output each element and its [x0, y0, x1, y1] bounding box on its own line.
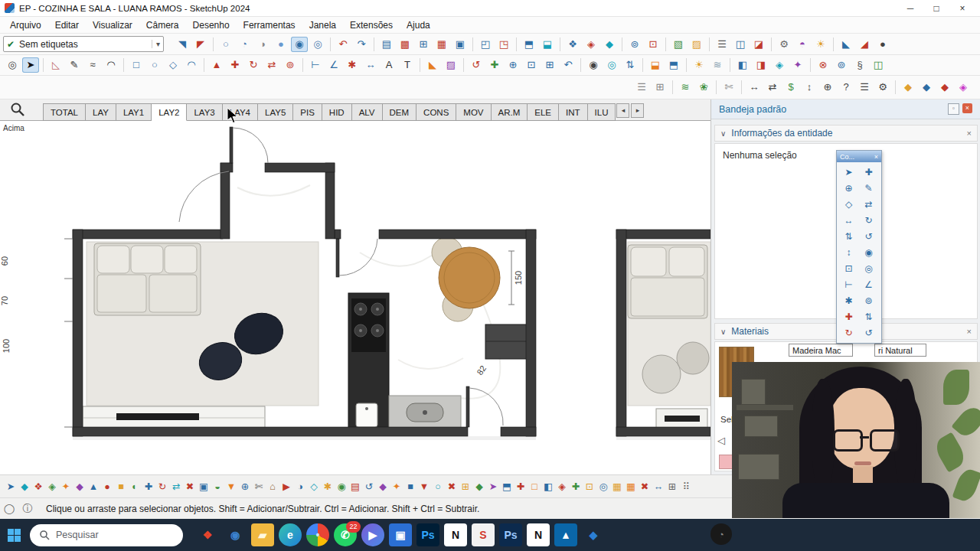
polygon-tool-icon[interactable]: ◇: [165, 57, 181, 73]
corner-red-icon[interactable]: ◢: [856, 37, 873, 52]
pal-redo-icon[interactable]: ↻: [840, 325, 858, 341]
sketchup-app-icon[interactable]: S: [472, 523, 495, 546]
tabs-scroll-right-button[interactable]: ▸: [631, 103, 644, 118]
user-account-icon[interactable]: ●: [874, 37, 891, 52]
pal-shape-icon[interactable]: ◇: [840, 197, 858, 212]
menu-visualizar[interactable]: Visualizar: [86, 20, 139, 31]
bm-icon[interactable]: ▦: [624, 479, 638, 494]
menu-janela[interactable]: Janela: [302, 20, 343, 31]
shadows-toggle-icon[interactable]: ☀: [812, 37, 829, 52]
tab-hid[interactable]: HID: [322, 103, 352, 121]
bm-icon[interactable]: ■: [403, 479, 417, 494]
pal-angle-icon[interactable]: ∠: [860, 277, 878, 292]
pal-zoom-window-icon[interactable]: ⊡: [840, 261, 858, 276]
maximize-button[interactable]: □: [923, 3, 949, 14]
pal-select-icon[interactable]: ➤: [840, 165, 858, 180]
notion-icon[interactable]: N: [444, 523, 467, 546]
zoom-extents-icon[interactable]: ⊞: [541, 57, 558, 73]
purchase-icon[interactable]: $: [782, 80, 799, 95]
bm-icon[interactable]: ✚: [569, 479, 583, 494]
tab-ele[interactable]: ELE: [528, 103, 559, 121]
bm-icon[interactable]: ✖: [183, 479, 197, 494]
grid-icon[interactable]: ⊞: [415, 37, 432, 52]
tab-arm[interactable]: AR.M: [492, 103, 528, 121]
bm-icon[interactable]: ✖: [638, 479, 652, 494]
bm-icon[interactable]: ✱: [321, 479, 335, 494]
view-iso-icon[interactable]: ◳: [495, 37, 512, 52]
leaf-icon[interactable]: ❀: [695, 80, 712, 95]
half-left-icon[interactable]: ◧: [734, 57, 751, 73]
whatsapp-icon[interactable]: ✆22: [334, 523, 357, 546]
bm-icon[interactable]: ✦: [390, 479, 403, 494]
tab-ilu[interactable]: ILU: [588, 103, 616, 121]
scale-tool-icon[interactable]: ⇄: [263, 57, 280, 73]
bm-icon[interactable]: ▣: [197, 479, 211, 494]
pal-measure-icon[interactable]: ⊢: [840, 277, 858, 292]
notion-icon-2[interactable]: N: [527, 523, 550, 546]
components-icon[interactable]: ❖: [564, 37, 581, 52]
sketchup-blue-icon[interactable]: ▲: [554, 523, 577, 546]
back-arrow-icon[interactable]: ◁: [717, 435, 725, 446]
zoom-small-icon[interactable]: ⊕: [819, 80, 836, 95]
axes-tool-icon[interactable]: ✱: [344, 57, 361, 73]
folder-icon[interactable]: ▰: [251, 523, 274, 546]
diamond-teal-icon[interactable]: ◈: [771, 57, 788, 73]
style-extra-icon[interactable]: ◎: [309, 37, 326, 52]
entity-info-section-header[interactable]: ∨ Informações da entidade ×: [714, 125, 978, 142]
blue-square-app-icon[interactable]: ▣: [389, 523, 412, 546]
pal-look-icon[interactable]: ◎: [860, 261, 878, 276]
tab-lay[interactable]: LAY: [86, 103, 116, 121]
freehand-tool-icon[interactable]: ≈: [84, 57, 101, 73]
pal-rotate-cw-icon[interactable]: ↻: [860, 213, 878, 228]
bm-icon[interactable]: ⊕: [238, 479, 252, 494]
section-bottom-icon[interactable]: ⬓: [539, 37, 556, 52]
bm-select-icon[interactable]: ➤: [4, 479, 18, 494]
materials-section-close-icon[interactable]: ×: [967, 327, 972, 336]
close-button[interactable]: ×: [949, 3, 975, 14]
menu-editar[interactable]: Editar: [48, 20, 86, 31]
waves-green-icon[interactable]: ≋: [677, 80, 694, 95]
drag-grip-icon[interactable]: ⠿: [679, 479, 693, 494]
offset-view-icon[interactable]: ⊚: [626, 37, 643, 52]
cube-blue-icon[interactable]: ◆: [918, 80, 935, 95]
tape-measure-icon[interactable]: ⊢: [307, 57, 324, 73]
dimension-tool-icon[interactable]: ↔: [362, 57, 379, 73]
tab-lay1[interactable]: LAY1: [116, 103, 152, 121]
tab-pis[interactable]: PIS: [293, 103, 322, 121]
bm-icon[interactable]: ✄: [252, 479, 266, 494]
group-icon[interactable]: ◈: [583, 37, 599, 52]
bm-icon[interactable]: ◑: [293, 479, 307, 494]
bm-icon[interactable]: ⇄: [169, 479, 183, 494]
pal-vertical-icon[interactable]: ↕: [840, 245, 858, 260]
material-green-icon[interactable]: ▧: [670, 37, 687, 52]
pal-updown-icon[interactable]: ⇅: [840, 229, 858, 244]
material-name-field-2[interactable]: ri Natural: [874, 344, 926, 357]
bm-icon[interactable]: ➤: [486, 479, 500, 494]
tabs-scroll-left-button[interactable]: ◂: [616, 103, 629, 118]
view-top-icon[interactable]: ◰: [477, 37, 494, 52]
windows-start-button[interactable]: [8, 529, 21, 542]
bm-icon[interactable]: ▼: [417, 479, 431, 494]
pal-undo-icon[interactable]: ↺: [860, 325, 878, 341]
gear-icon[interactable]: ⚙: [874, 80, 891, 95]
tab-alv[interactable]: ALV: [352, 103, 383, 121]
pan-tool-icon[interactable]: ✚: [486, 57, 503, 73]
zoom-tool-icon[interactable]: ◎: [4, 57, 21, 73]
exchange-icon[interactable]: ⇄: [764, 80, 781, 95]
sphere-icon[interactable]: ◓: [794, 37, 811, 52]
menu-icon[interactable]: ☰: [856, 80, 873, 95]
bm-icon[interactable]: ↺: [362, 479, 376, 494]
magnifier-icon[interactable]: [9, 102, 26, 117]
bm-icon[interactable]: ●: [100, 479, 114, 494]
bm-icon[interactable]: ↔: [652, 479, 665, 494]
edge-browser-icon[interactable]: e: [279, 523, 302, 546]
zoom-in-icon[interactable]: ⊕: [505, 57, 521, 73]
palette-titlebar[interactable]: Co... ×: [837, 151, 881, 162]
monochrome-style-icon[interactable]: ◑: [254, 37, 271, 52]
bm-icon[interactable]: □: [528, 479, 541, 494]
bm-icon[interactable]: ⊞: [459, 479, 472, 494]
photoshop-beta-icon[interactable]: Ps: [499, 523, 522, 546]
swap-horizontal-icon[interactable]: ↔: [746, 80, 763, 95]
bm-icon[interactable]: ◆: [73, 479, 87, 494]
window-merge-icon[interactable]: ◪: [750, 37, 767, 52]
